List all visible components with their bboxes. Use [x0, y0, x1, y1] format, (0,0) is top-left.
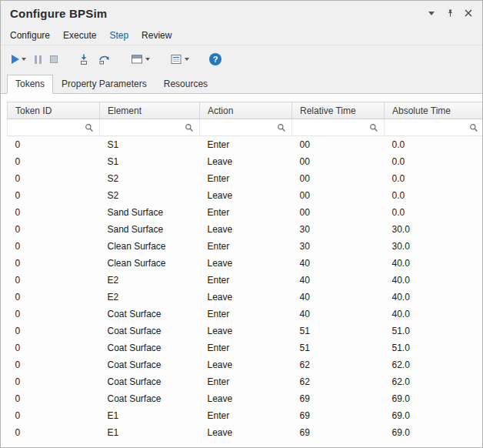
cell-element[interactable]: Coat Surface — [100, 373, 200, 390]
cell-action[interactable]: Enter — [200, 238, 292, 255]
cell-absolute-time[interactable]: 0.0 — [385, 153, 483, 170]
table-row[interactable]: 0 S2 Enter 00 0.0 — [8, 170, 483, 187]
cell-token-id[interactable]: 0 — [8, 187, 100, 204]
cell-absolute-time[interactable]: 51.0 — [385, 323, 483, 339]
step-next-button[interactable] — [95, 50, 114, 69]
filter-cell-token-id[interactable] — [8, 119, 100, 136]
table-row[interactable]: 0 E1 Enter 69 69.0 — [8, 407, 483, 424]
search-icon[interactable] — [85, 123, 94, 132]
cell-relative-time[interactable]: 00 — [292, 204, 385, 221]
cell-token-id[interactable]: 0 — [8, 238, 100, 255]
cell-action[interactable]: Enter — [200, 204, 292, 221]
cell-relative-time[interactable]: 00 — [292, 153, 385, 170]
cell-element[interactable]: E1 — [100, 424, 200, 441]
cell-element[interactable]: S1 — [100, 136, 200, 153]
cell-absolute-time[interactable]: 69.0 — [385, 407, 483, 424]
cell-absolute-time[interactable]: 69.0 — [385, 424, 483, 441]
cell-action[interactable]: Enter — [200, 136, 292, 153]
table-row[interactable]: 0 S1 Leave 00 0.0 — [8, 153, 483, 170]
cell-relative-time[interactable]: 69 — [292, 390, 385, 407]
search-icon[interactable] — [185, 123, 194, 132]
cell-absolute-time[interactable]: 69.0 — [385, 390, 483, 407]
window-menu-button[interactable] — [424, 5, 439, 21]
run-simulation-button[interactable] — [8, 50, 29, 69]
pause-simulation-button[interactable] — [32, 50, 45, 69]
column-header-relative-time[interactable]: Relative Time — [292, 102, 385, 119]
cell-token-id[interactable]: 0 — [8, 390, 100, 407]
cell-element[interactable]: Coat Surface — [100, 390, 200, 407]
menu-item-review[interactable]: Review — [142, 30, 172, 41]
menu-item-execute[interactable]: Execute — [63, 30, 96, 41]
table-row[interactable]: 0 S1 Enter 00 0.0 — [8, 136, 483, 153]
tab-resources[interactable]: Resources — [155, 75, 216, 94]
table-row[interactable]: 0 Coat Surface Enter 40 40.0 — [8, 306, 483, 323]
cell-token-id[interactable]: 0 — [8, 136, 100, 153]
table-row[interactable]: 0 Clean Surface Leave 40 40.0 — [8, 255, 483, 272]
tab-tokens[interactable]: Tokens — [7, 75, 53, 94]
table-row[interactable]: 0 Sand Surface Enter 00 0.0 — [8, 204, 483, 221]
cell-token-id[interactable]: 0 — [8, 204, 100, 221]
cell-relative-time[interactable]: 69 — [292, 407, 385, 424]
cell-relative-time[interactable]: 40 — [292, 306, 385, 323]
cell-element[interactable]: Coat Surface — [100, 306, 200, 323]
table-row[interactable]: 0 Clean Surface Enter 30 30.0 — [8, 238, 483, 255]
cell-absolute-time[interactable]: 0.0 — [385, 204, 483, 221]
cell-element[interactable]: Sand Surface — [100, 221, 200, 238]
cell-absolute-time[interactable]: 30.0 — [385, 238, 483, 255]
table-row[interactable]: 0 Coat Surface Leave 69 69.0 — [8, 390, 483, 407]
cell-element[interactable]: Coat Surface — [100, 356, 200, 373]
search-icon[interactable] — [369, 123, 378, 132]
cell-action[interactable]: Leave — [200, 153, 292, 170]
cell-relative-time[interactable]: 40 — [292, 289, 385, 306]
cell-token-id[interactable]: 0 — [8, 323, 100, 339]
column-header-token-id[interactable]: Token ID — [8, 102, 100, 119]
help-button[interactable]: ? — [206, 50, 225, 69]
cell-element[interactable]: Coat Surface — [100, 339, 200, 356]
cell-token-id[interactable]: 0 — [8, 339, 100, 356]
cell-token-id[interactable]: 0 — [8, 153, 100, 170]
cell-relative-time[interactable]: 62 — [292, 356, 385, 373]
cell-absolute-time[interactable]: 40.0 — [385, 272, 483, 289]
cell-action[interactable]: Leave — [200, 187, 292, 204]
cell-element[interactable]: Coat Surface — [100, 323, 200, 339]
cell-action[interactable]: Leave — [200, 424, 292, 441]
cell-element[interactable]: S2 — [100, 170, 200, 187]
column-header-element[interactable]: Element — [100, 102, 200, 119]
stop-simulation-button[interactable] — [47, 50, 61, 69]
table-row[interactable]: 0 S2 Leave 00 0.0 — [8, 187, 483, 204]
cell-token-id[interactable]: 0 — [8, 373, 100, 390]
table-row[interactable]: 0 Coat Surface Leave 51 51.0 — [8, 323, 483, 339]
tab-property-parameters[interactable]: Property Parameters — [53, 75, 155, 94]
table-row[interactable]: 0 Coat Surface Enter 62 62.0 — [8, 373, 483, 390]
cell-absolute-time[interactable]: 40.0 — [385, 255, 483, 272]
cell-relative-time[interactable]: 40 — [292, 272, 385, 289]
cell-element[interactable]: E2 — [100, 272, 200, 289]
cell-token-id[interactable]: 0 — [8, 289, 100, 306]
menu-item-step[interactable]: Step — [109, 30, 128, 41]
cell-absolute-time[interactable]: 30.0 — [385, 221, 483, 238]
cell-relative-time[interactable]: 62 — [292, 373, 385, 390]
cell-relative-time[interactable]: 51 — [292, 323, 385, 339]
cell-relative-time[interactable]: 00 — [292, 187, 385, 204]
filter-cell-element[interactable] — [100, 119, 200, 136]
cell-absolute-time[interactable]: 0.0 — [385, 187, 483, 204]
column-header-action[interactable]: Action — [200, 102, 292, 119]
cell-absolute-time[interactable]: 0.0 — [385, 136, 483, 153]
cell-relative-time[interactable]: 51 — [292, 339, 385, 356]
table-row[interactable]: 0 E2 Leave 40 40.0 — [8, 289, 483, 306]
cell-absolute-time[interactable]: 51.0 — [385, 339, 483, 356]
search-icon[interactable] — [277, 123, 286, 132]
cell-token-id[interactable]: 0 — [8, 356, 100, 373]
step-into-button[interactable] — [75, 50, 93, 69]
report-button[interactable] — [167, 50, 192, 69]
column-header-absolute-time[interactable]: Absolute Time — [385, 102, 483, 119]
cell-action[interactable]: Enter — [200, 306, 292, 323]
menu-item-configure[interactable]: Configure — [10, 30, 50, 41]
search-icon[interactable] — [469, 123, 478, 132]
cell-relative-time[interactable]: 40 — [292, 255, 385, 272]
cell-token-id[interactable]: 0 — [8, 255, 100, 272]
cell-action[interactable]: Leave — [200, 390, 292, 407]
cell-action[interactable]: Enter — [200, 373, 292, 390]
table-row[interactable]: 0 E1 Leave 69 69.0 — [8, 424, 483, 441]
cell-token-id[interactable]: 0 — [8, 306, 100, 323]
